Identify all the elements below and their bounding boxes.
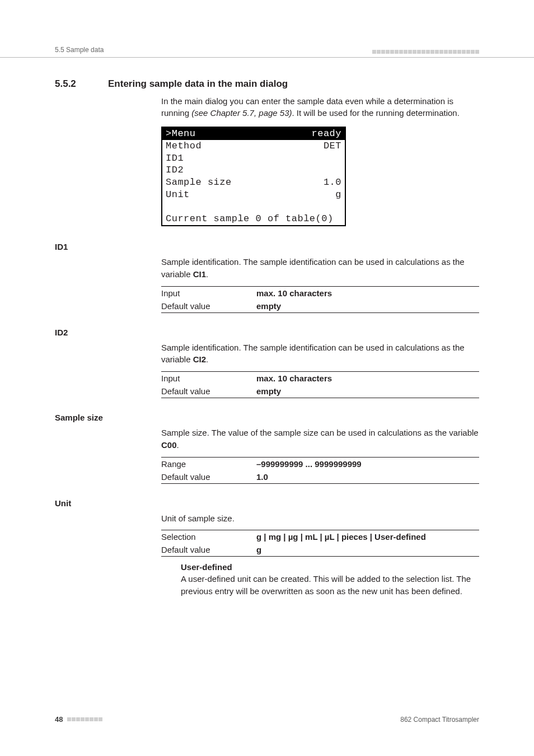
spec-value: g | mg | µg | mL | µL | pieces | User-de… (256, 532, 426, 542)
lcd-row-method: Method DET (162, 140, 345, 152)
desc-text: . (177, 440, 179, 450)
table-row: Input max. 10 characters (161, 372, 479, 385)
unit-user-defined: User-defined A user-defined unit can be … (181, 562, 479, 598)
field-desc-sample-size: Sample size. The value of the sample siz… (161, 427, 479, 451)
table-row: Selection g | mg | µg | mL | µL | pieces… (161, 530, 479, 544)
spec-key: Input (161, 372, 256, 385)
param-unit: Unit Unit of sample size. Selection g | … (55, 498, 479, 598)
lcd-row-label: ID1 (166, 152, 184, 165)
spec-key: Default value (161, 385, 256, 398)
lcd-row-id2: ID2 (162, 164, 345, 176)
spec-value: max. 10 characters (256, 374, 332, 383)
user-defined-body: A user-defined unit can be created. This… (181, 573, 479, 598)
spec-key: Default value (161, 543, 256, 557)
breadcrumb: 5.5 Sample data (55, 46, 104, 54)
desc-variable: CI2 (193, 354, 206, 364)
param-id2: ID2 Sample identification. The sample id… (55, 328, 479, 399)
user-defined-title: User-defined (181, 562, 479, 572)
table-row: Default value g (161, 543, 479, 557)
table-row: Range –999999999 ... 9999999999 (161, 457, 479, 470)
desc-text: Sample size. The value of the sample siz… (161, 428, 479, 437)
desc-variable: C00 (161, 440, 177, 450)
spec-table-sample-size: Range –999999999 ... 9999999999 Default … (161, 457, 479, 484)
lcd-current-sample: Current sample 0 of table(0) (166, 213, 334, 225)
lcd-row-value: 1.0 (324, 176, 341, 189)
lcd-menu-label: >Menu (166, 128, 196, 140)
page-content: 5.5.2 Entering sample data in the main d… (55, 78, 479, 612)
product-name: 862 Compact Titrosampler (400, 716, 479, 724)
lcd-titlebar: >Menu ready (162, 128, 345, 140)
table-row: Default value 1.0 (161, 470, 479, 484)
lcd-row-label: Sample size (166, 176, 232, 189)
lcd-row-label: Method (166, 140, 202, 152)
page-footer: 48 862 Compact Titrosampler (55, 715, 479, 724)
table-row: Default value empty (161, 385, 479, 398)
intro-post: . It will be used for the running determ… (292, 108, 460, 118)
desc-variable: CI1 (193, 269, 206, 279)
spec-value: g (256, 545, 261, 554)
header-ornament (372, 50, 479, 54)
field-desc-id2: Sample identification. The sample identi… (161, 342, 479, 366)
spec-value: empty (256, 386, 281, 396)
spec-key: Input (161, 286, 256, 300)
section-body: In the main dialog you can enter the sam… (161, 95, 479, 226)
lcd-row-unit: Unit g (162, 189, 345, 201)
section-number: 5.5.2 (55, 78, 108, 90)
spec-value: empty (256, 301, 281, 311)
lcd-row-label: ID2 (166, 164, 184, 176)
spec-key: Default value (161, 470, 256, 484)
spec-key: Default value (161, 300, 256, 313)
lcd-row-id1: ID1 (162, 152, 345, 165)
spec-table-id2: Input max. 10 characters Default value e… (161, 371, 479, 398)
page-number-block: 48 (55, 715, 102, 724)
footer-ornament (67, 717, 102, 721)
page-number: 48 (55, 715, 63, 724)
lcd-row-label: Unit (166, 189, 190, 201)
section-title: Entering sample data in the main dialog (108, 78, 288, 90)
spec-value: 1.0 (256, 472, 268, 482)
lcd-row-current: Current sample 0 of table(0) (162, 213, 345, 225)
lcd-row-value: g (335, 189, 341, 201)
field-label-id1: ID1 (55, 242, 479, 251)
table-row: Input max. 10 characters (161, 286, 479, 300)
spec-key: Selection (161, 530, 256, 544)
spec-table-id1: Input max. 10 characters Default value e… (161, 286, 479, 313)
spec-table-unit: Selection g | mg | µg | mL | µL | pieces… (161, 530, 479, 557)
intro-paragraph: In the main dialog you can enter the sam… (161, 95, 479, 119)
field-label-sample-size: Sample size (55, 413, 479, 422)
field-desc-unit: Unit of sample size. (161, 512, 479, 525)
lcd-row-value: DET (324, 140, 341, 152)
desc-text: . (206, 269, 208, 279)
page-header: 5.5 Sample data (0, 46, 534, 58)
lcd-status: ready (311, 128, 341, 140)
field-label-unit: Unit (55, 498, 479, 508)
lcd-screenshot: >Menu ready Method DET ID1 ID2 Sample si… (161, 127, 346, 226)
spec-key: Range (161, 457, 256, 470)
lcd-blank-row (162, 201, 345, 213)
spec-value: max. 10 characters (256, 288, 332, 298)
section-heading: 5.5.2 Entering sample data in the main d… (55, 78, 479, 90)
intro-reference: (see Chapter 5.7, page 53) (191, 108, 292, 118)
param-id1: ID1 Sample identification. The sample id… (55, 242, 479, 313)
table-row: Default value empty (161, 300, 479, 313)
param-sample-size: Sample size Sample size. The value of th… (55, 413, 479, 484)
lcd-row-sample-size: Sample size 1.0 (162, 176, 345, 189)
field-desc-id1: Sample identification. The sample identi… (161, 256, 479, 281)
spec-value: –999999999 ... 9999999999 (256, 459, 362, 469)
field-label-id2: ID2 (55, 328, 479, 337)
desc-text: . (206, 354, 208, 364)
